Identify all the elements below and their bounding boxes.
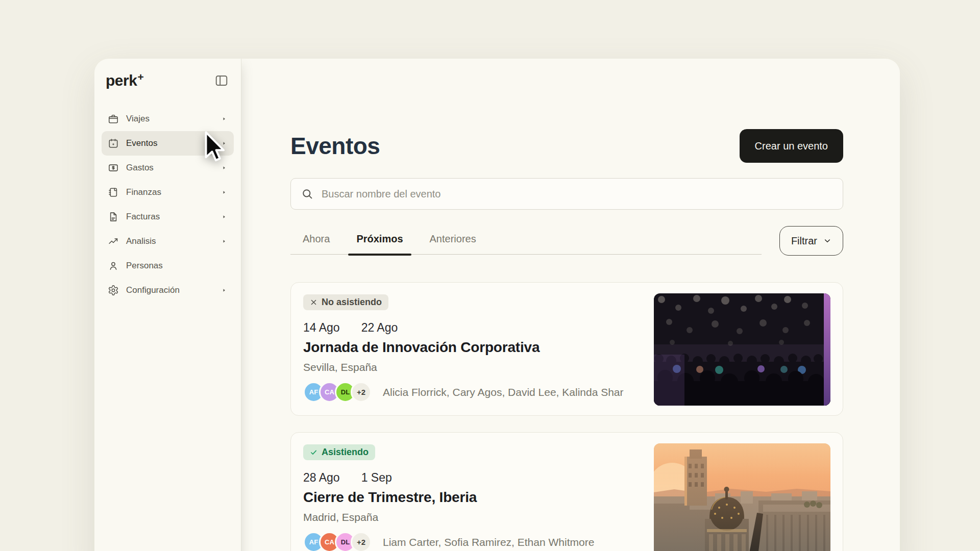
x-icon [310, 298, 317, 306]
check-icon [310, 448, 317, 456]
tab-ahora[interactable]: Ahora [303, 233, 330, 245]
briefcase-icon [108, 113, 119, 124]
sidebar-item-label: Viajes [126, 114, 214, 124]
chevron-right-icon [222, 116, 227, 121]
status-label: Asistiendo [322, 447, 369, 458]
chevron-right-icon [222, 288, 227, 293]
search-icon [301, 188, 313, 200]
page-header: Eventos Crear un evento [290, 129, 843, 163]
ledger-icon [108, 187, 119, 198]
tab-anteriores[interactable]: Anteriores [430, 233, 476, 245]
avatar-overflow-count: +2 [351, 532, 372, 551]
gear-icon [108, 285, 119, 296]
sidebar-item-eventos[interactable]: Eventos [102, 131, 234, 156]
chevron-right-icon [222, 165, 227, 170]
sidebar-item-label: Analisis [126, 236, 214, 246]
sidebar-item-label: Eventos [126, 138, 214, 148]
banknote-icon [108, 162, 119, 173]
logo-plus: + [137, 71, 143, 83]
event-list: No asistiendo 14 Ago 22 Ago Jornada de I… [290, 282, 843, 551]
sidebar-item-configuracion[interactable]: Configuración [102, 278, 234, 303]
filter-button[interactable]: Filtrar [779, 226, 843, 256]
status-label: No asistiendo [322, 297, 382, 308]
sidebar: perk+ Viajes Eventos Gastos Finanzas Fac… [94, 59, 241, 551]
search-input[interactable] [321, 188, 832, 201]
page-title: Eventos [290, 132, 380, 160]
sidebar-item-finanzas[interactable]: Finanzas [102, 180, 234, 205]
event-start-date: 14 Ago [303, 321, 340, 335]
sidebar-item-label: Configuración [126, 285, 214, 295]
chevron-right-icon [222, 239, 227, 244]
sidebar-toggle-button[interactable] [214, 73, 229, 88]
app-logo[interactable]: perk+ [106, 72, 143, 89]
filter-label: Filtrar [791, 235, 817, 247]
sidebar-item-label: Personas [126, 261, 214, 271]
madrid-skyline-image [654, 443, 830, 551]
tabs-row: AhoraPróximosAnteriores Filtrar [290, 227, 843, 256]
calendar-icon [108, 138, 119, 149]
panel-toggle-icon [214, 82, 229, 89]
person-icon [108, 260, 119, 271]
attendee-names: Alicia Florrick, Cary Agos, David Lee, K… [383, 386, 624, 398]
status-badge: No asistiendo [303, 294, 388, 310]
status-badge: Asistiendo [303, 444, 375, 460]
avatar-overflow-count: +2 [351, 382, 372, 403]
chevron-right-icon [222, 190, 227, 195]
sidebar-item-personas[interactable]: Personas [102, 254, 234, 278]
main-content: Eventos Crear un evento AhoraPróximosAnt… [241, 59, 900, 551]
trend-icon [108, 236, 119, 247]
event-start-date: 28 Ago [303, 471, 340, 485]
logo-text: perk [106, 72, 137, 89]
chevron-right-icon [222, 141, 227, 146]
sidebar-header: perk+ [94, 59, 241, 89]
sidebar-item-viajes[interactable]: Viajes [102, 107, 234, 131]
sidebar-nav: Viajes Eventos Gastos Finanzas Facturas … [94, 107, 241, 303]
sidebar-item-label: Finanzas [126, 187, 214, 197]
sidebar-item-facturas[interactable]: Facturas [102, 205, 234, 229]
app-container: perk+ Viajes Eventos Gastos Finanzas Fac… [94, 59, 900, 551]
sidebar-item-gastos[interactable]: Gastos [102, 156, 234, 180]
attendee-names: Liam Carter, Sofia Ramirez, Ethan Whitmo… [383, 536, 594, 548]
search-bar [290, 178, 843, 210]
chevron-down-icon [823, 237, 831, 245]
invoice-icon [108, 211, 119, 222]
tab-proximos[interactable]: Próximos [356, 233, 403, 245]
event-end-date: 1 Sep [361, 471, 392, 485]
event-end-date: 22 Ago [361, 321, 398, 335]
sidebar-item-label: Facturas [126, 212, 214, 222]
event-card[interactable]: Asistiendo 28 Ago 1 Sep Cierre de Trimes… [290, 432, 843, 551]
chevron-right-icon [222, 214, 227, 219]
event-card[interactable]: No asistiendo 14 Ago 22 Ago Jornada de I… [290, 282, 843, 416]
sidebar-item-analisis[interactable]: Analisis [102, 229, 234, 254]
sidebar-item-label: Gastos [126, 163, 214, 173]
conference-audience-image [654, 293, 830, 406]
tabs: AhoraPróximosAnteriores [290, 227, 762, 255]
create-event-button[interactable]: Crear un evento [740, 129, 843, 163]
page-background: perk+ Viajes Eventos Gastos Finanzas Fac… [0, 0, 980, 551]
